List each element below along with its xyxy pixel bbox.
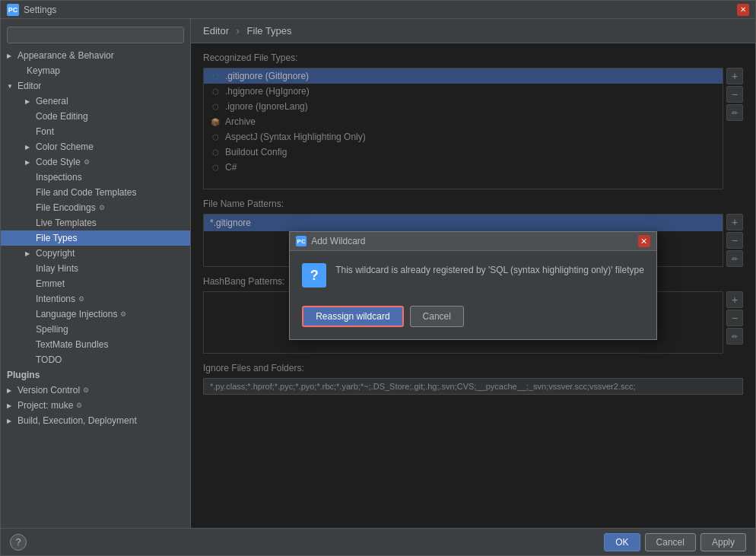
sidebar-section: ▶ Appearance & Behavior Keymap ▼ Editor …: [1, 48, 190, 428]
sidebar-item-label: Color Scheme: [36, 141, 94, 152]
sidebar-item-label: Live Templates: [36, 218, 97, 228]
expand-icon: ▶: [25, 250, 33, 257]
sidebar-item-label: Intentions: [36, 294, 75, 304]
sidebar-item-version-control[interactable]: ▶ Version Control ⚙: [1, 383, 190, 398]
app-icon: PC: [7, 4, 19, 16]
bottom-bar: ? OK Cancel Apply: [1, 528, 755, 555]
sidebar-item-label: TODO: [36, 354, 62, 365]
sidebar-item-label: Copyright: [36, 248, 75, 259]
main-content: ▶ Appearance & Behavior Keymap ▼ Editor …: [1, 19, 755, 528]
expand-icon: ▶: [7, 402, 14, 409]
sidebar-item-label: Editor: [17, 81, 41, 91]
add-wildcard-modal: PC Add Wildcard ✕ ? This wildcard is alr…: [289, 231, 657, 340]
sidebar-item-label: Inlay Hints: [36, 263, 78, 274]
sidebar-item-label: Appearance & Behavior: [17, 50, 114, 61]
sidebar-item-color-scheme[interactable]: ▶ Color Scheme: [1, 139, 190, 154]
sidebar-item-file-code-templates[interactable]: File and Code Templates: [1, 185, 190, 200]
sidebar-item-appearance[interactable]: ▶ Appearance & Behavior: [1, 48, 190, 63]
sidebar-item-label: Inspections: [36, 172, 82, 183]
reassign-wildcard-button[interactable]: Reassign wildcard: [302, 306, 403, 327]
action-buttons: OK Cancel Apply: [604, 533, 746, 551]
sidebar-item-plugins[interactable]: Plugins: [1, 367, 190, 383]
sidebar-item-todo[interactable]: TODO: [1, 352, 190, 367]
sidebar-item-language-injections[interactable]: Language Injections ⚙: [1, 307, 190, 322]
expand-icon: ▶: [25, 159, 33, 166]
modal-titlebar: PC Add Wildcard ✕: [290, 232, 656, 251]
sidebar-item-editor[interactable]: ▼ Editor: [1, 78, 190, 94]
search-input[interactable]: [12, 30, 179, 40]
sidebar-item-file-types[interactable]: File Types: [1, 230, 190, 246]
sidebar-item-label: TextMate Bundles: [36, 339, 108, 350]
expand-icon: ▶: [7, 418, 14, 424]
expand-icon: ▶: [25, 144, 33, 151]
sidebar-item-label: Emmet: [36, 278, 65, 289]
sidebar-item-label: Plugins: [7, 370, 40, 380]
expand-icon: ▶: [25, 98, 33, 105]
sidebar-item-font[interactable]: Font: [1, 124, 190, 139]
sidebar-item-general[interactable]: ▶ General: [1, 94, 190, 109]
modal-close-button[interactable]: ✕: [638, 235, 650, 247]
ok-button[interactable]: OK: [604, 533, 640, 551]
sidebar-item-label: Font: [36, 126, 54, 137]
sidebar-item-textmate[interactable]: TextMate Bundles: [1, 337, 190, 352]
expand-icon: ▶: [7, 52, 14, 59]
close-window-button[interactable]: ✕: [737, 4, 749, 16]
sidebar-item-label: Keymap: [27, 65, 60, 76]
sidebar-item-label: Version Control: [17, 385, 80, 396]
titlebar: PC Settings ✕: [1, 1, 755, 19]
sidebar-item-label: File Types: [36, 233, 77, 243]
sidebar-item-keymap[interactable]: Keymap: [1, 63, 190, 78]
sidebar-item-live-templates[interactable]: Live Templates: [1, 215, 190, 230]
modal-message: This wildcard is already registered by '…: [335, 263, 644, 277]
breadcrumb-current: File Types: [247, 25, 292, 37]
modal-footer: Reassign wildcard Cancel: [290, 300, 656, 339]
settings-icon: ⚙: [84, 158, 90, 166]
settings-icon: ⚙: [99, 204, 105, 211]
sidebar-item-file-encodings[interactable]: File Encodings ⚙: [1, 200, 190, 215]
modal-overlay: PC Add Wildcard ✕ ? This wildcard is alr…: [191, 43, 755, 528]
modal-title: Add Wildcard: [311, 236, 365, 246]
window-title: Settings: [24, 5, 56, 15]
modal-body: ? This wildcard is already registered by…: [290, 251, 656, 300]
breadcrumb-parent: Editor: [203, 25, 229, 37]
sidebar-item-code-style[interactable]: ▶ Code Style ⚙: [1, 154, 190, 170]
help-button[interactable]: ?: [10, 534, 27, 551]
modal-app-icon: PC: [296, 236, 307, 246]
modal-cancel-button[interactable]: Cancel: [410, 306, 464, 327]
sidebar-item-label: Code Style: [36, 157, 81, 167]
sidebar-item-label: Code Editing: [36, 111, 88, 122]
settings-window: PC Settings ✕ ▶ Appearance & Behavior Ke…: [0, 0, 756, 556]
expand-icon: ▶: [7, 387, 14, 394]
sidebar-item-emmet[interactable]: Emmet: [1, 276, 190, 291]
sidebar-item-label: Build, Execution, Deployment: [17, 415, 137, 426]
search-box[interactable]: [7, 27, 184, 43]
sidebar-item-inlay-hints[interactable]: Inlay Hints: [1, 261, 190, 276]
modal-title-left: PC Add Wildcard: [296, 236, 365, 246]
sidebar-item-label: General: [36, 96, 68, 106]
titlebar-left: PC Settings: [7, 4, 56, 16]
panel-content: Recognized File Types: ⬡ .gitignore (Git…: [191, 43, 755, 528]
right-panel: Editor › File Types Recognized File Type…: [191, 19, 755, 528]
settings-icon: ⚙: [76, 402, 82, 409]
sidebar-item-inspections[interactable]: Inspections: [1, 170, 190, 185]
sidebar-item-label: Language Injections: [36, 309, 117, 319]
cancel-button[interactable]: Cancel: [645, 533, 696, 551]
sidebar-item-label: Project: muke: [17, 400, 73, 411]
sidebar-item-label: Spelling: [36, 324, 68, 335]
sidebar-item-spelling[interactable]: Spelling: [1, 322, 190, 337]
sidebar-item-label: File Encodings: [36, 202, 96, 213]
settings-icon: ⚙: [120, 310, 126, 318]
apply-button[interactable]: Apply: [700, 533, 746, 551]
sidebar-item-code-editing[interactable]: Code Editing: [1, 109, 190, 124]
sidebar-item-copyright[interactable]: ▶ Copyright: [1, 246, 190, 261]
expand-icon: ▼: [7, 83, 14, 90]
settings-icon: ⚙: [78, 295, 84, 303]
sidebar-item-intentions[interactable]: Intentions ⚙: [1, 291, 190, 307]
sidebar-item-build[interactable]: ▶ Build, Execution, Deployment: [1, 413, 190, 428]
sidebar-item-project[interactable]: ▶ Project: muke ⚙: [1, 398, 190, 413]
breadcrumb-separator: ›: [237, 25, 240, 37]
sidebar-item-label: File and Code Templates: [36, 187, 137, 198]
settings-icon: ⚙: [83, 386, 89, 394]
breadcrumb: Editor › File Types: [191, 19, 755, 43]
modal-question-icon: ?: [302, 263, 326, 288]
